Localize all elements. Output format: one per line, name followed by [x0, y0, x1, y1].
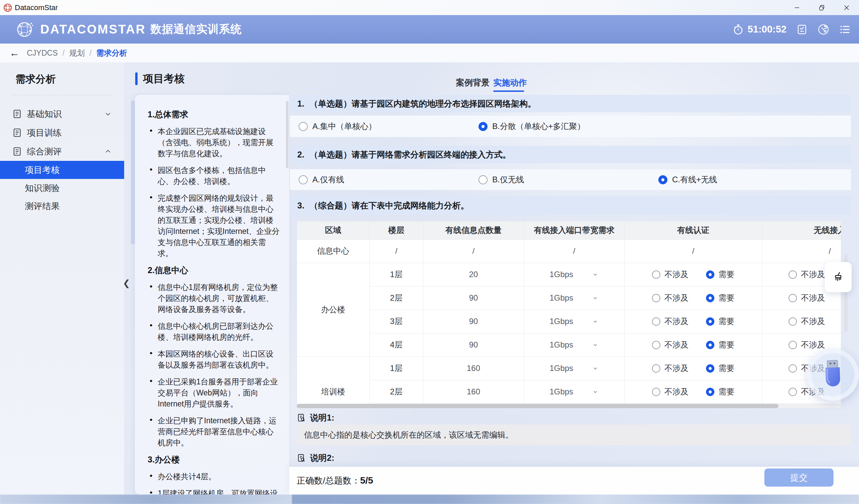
menu-list-icon[interactable] — [839, 23, 851, 35]
breadcrumb-item-2[interactable]: 规划 — [69, 48, 85, 58]
radio-option-不涉及[interactable]: 不涉及 — [652, 316, 689, 327]
restore-button[interactable] — [809, 0, 834, 15]
exam-paper-icon[interactable] — [796, 23, 808, 35]
radio-unselected-icon[interactable] — [652, 341, 660, 349]
bullet-text: 企业已采购1台服务器用于部署企业交易平台（Web网站），面向Internet用户… — [158, 376, 280, 409]
exam-timer: 51:00:52 — [732, 23, 786, 35]
desc-bullet: •完成整个园区网络的规划设计，最终实现办公楼、培训楼与信息中心的互联互通；实现办… — [148, 193, 280, 259]
radio-option-不涉及[interactable]: 不涉及 — [652, 293, 689, 303]
bullet-dot: • — [148, 165, 158, 187]
radio-selected-icon[interactable] — [479, 122, 487, 131]
radio-selected-icon[interactable] — [706, 364, 714, 373]
radio-option-不涉及[interactable]: 不涉及 — [788, 269, 825, 280]
radio-unselected-icon[interactable] — [652, 364, 660, 373]
radio-unselected-icon[interactable] — [788, 294, 797, 302]
table-horizontal-scrollbar[interactable] — [297, 404, 841, 408]
radio-selected-icon[interactable] — [706, 317, 714, 326]
option-B[interactable]: B.仅无线 — [479, 174, 524, 185]
question-number: 2. — [297, 150, 304, 159]
breadcrumb-item-1[interactable]: CJYDCS — [27, 49, 58, 58]
radio-option-不涉及[interactable]: 不涉及 — [652, 340, 689, 350]
wallpaper-band — [0, 494, 859, 504]
radio-option-不涉及[interactable]: 不涉及 — [652, 387, 689, 397]
radio-selected-icon[interactable] — [706, 341, 714, 349]
bandwidth-dropdown[interactable]: 1Gbps — [524, 387, 624, 396]
radio-unselected-icon[interactable] — [788, 364, 797, 373]
sidebar-divider — [11, 95, 114, 95]
brand-name: DATACOMSTAR — [40, 22, 146, 36]
radio-option-需要[interactable]: 需要 — [706, 363, 735, 374]
close-button[interactable] — [834, 0, 859, 15]
radio-label: 不涉及 — [664, 316, 689, 327]
radio-unselected-icon[interactable] — [299, 175, 308, 184]
points-cell: 160 — [423, 380, 524, 404]
sidebar-item-1[interactable]: 基础知识 — [0, 105, 124, 123]
radio-option-需要[interactable]: 需要 — [706, 293, 735, 303]
radio-option-需要[interactable]: 需要 — [706, 269, 735, 280]
radio-option-不涉及[interactable]: 不涉及 — [788, 316, 825, 327]
tools-icon[interactable] — [817, 23, 829, 35]
radio-selected-icon[interactable] — [706, 388, 714, 396]
desc-scrollbar[interactable] — [286, 101, 289, 168]
radio-unselected-icon[interactable] — [788, 270, 797, 279]
radio-unselected-icon[interactable] — [652, 294, 660, 302]
radio-option-不涉及[interactable]: 不涉及 — [652, 269, 689, 280]
radio-unselected-icon[interactable] — [788, 388, 797, 396]
question-text: （综合题）请在下表中完成网络能力分析。 — [310, 200, 469, 211]
stopwatch-icon — [732, 23, 744, 35]
breadcrumb-item-3[interactable]: 需求分析 — [96, 48, 127, 58]
sidebar-subitem-测评结果[interactable]: 测评结果 — [0, 197, 124, 215]
radio-unselected-icon[interactable] — [652, 270, 660, 279]
option-A[interactable]: A.集中（单核心） — [299, 121, 376, 132]
radio-option-不涉及[interactable]: 不涉及 — [788, 340, 825, 350]
sidebar-item-3[interactable]: 综合测评 — [0, 142, 124, 161]
sidebar-item-2[interactable]: 项目训练 — [0, 123, 124, 142]
table-row: 信息中心///// — [297, 239, 841, 263]
floor-cell: 2层 — [370, 286, 423, 310]
option-A[interactable]: A.仅有线 — [299, 174, 344, 185]
desc-bullet: •企业已采购1台服务器用于部署企业交易平台（Web网站），面向Internet用… — [148, 376, 280, 409]
bandwidth-dropdown[interactable]: 1Gbps — [524, 364, 624, 373]
auth-cell: 不涉及需要 — [624, 380, 762, 404]
desc-section-title: 2.信息中心 — [148, 265, 280, 276]
radio-unselected-icon[interactable] — [299, 122, 308, 131]
clear-answers-tool[interactable] — [825, 262, 852, 292]
bullet-text: 信息中心1层有网络机房，定位为整个园区的核心机房，可放置机柜、网络设备及服务器等… — [158, 282, 280, 315]
sidebar-subitem-知识测验[interactable]: 知识测验 — [0, 179, 124, 197]
submit-button[interactable]: 提交 — [764, 469, 833, 487]
bandwidth-dropdown[interactable]: 1Gbps — [524, 293, 624, 303]
radio-option-需要[interactable]: 需要 — [706, 387, 735, 397]
radio-unselected-icon[interactable] — [788, 317, 797, 326]
radio-option-需要[interactable]: 需要 — [706, 340, 735, 350]
back-arrow-icon[interactable]: ← — [10, 48, 19, 58]
option-B[interactable]: B.分散（单核心+多汇聚） — [479, 121, 585, 132]
radio-selected-icon[interactable] — [706, 270, 714, 279]
bandwidth-dropdown[interactable]: 1Gbps — [524, 270, 624, 279]
minimize-button[interactable] — [784, 0, 809, 15]
radio-unselected-icon[interactable] — [652, 317, 660, 326]
radio-group: 不涉及需要 — [762, 293, 842, 303]
radio-unselected-icon[interactable] — [652, 388, 660, 396]
radio-selected-icon[interactable] — [658, 175, 667, 184]
radio-unselected-icon[interactable] — [479, 175, 487, 184]
scrollbar-thumb[interactable] — [297, 404, 779, 408]
radio-group: 不涉及需要 — [625, 293, 762, 303]
radio-option-需要[interactable]: 需要 — [706, 316, 735, 327]
collapse-panel-chevron[interactable]: ❮ — [123, 278, 130, 288]
radio-option-不涉及[interactable]: 不涉及 — [652, 363, 689, 374]
radio-option-不涉及[interactable]: 不涉及 — [788, 293, 825, 303]
sidebar-subitem-项目考核[interactable]: 项目考核 — [0, 161, 124, 179]
radio-selected-icon[interactable] — [706, 294, 714, 302]
auth-cell: 不涉及需要 — [624, 357, 762, 380]
option-C[interactable]: C.有线+无线 — [658, 174, 717, 185]
usb-device-widget[interactable] — [807, 348, 859, 401]
tab-案例背景[interactable]: 案例背景 — [456, 77, 489, 88]
bandwidth-dropdown[interactable]: 1Gbps — [524, 340, 624, 349]
bullet-text: 办公楼共计4层。 — [158, 471, 280, 482]
bullet-text: 完成整个园区网络的规划设计，最终实现办公楼、培训楼与信息中心的互联互通；实现办公… — [158, 193, 280, 259]
bandwidth-value: 1Gbps — [549, 387, 573, 396]
tab-实施动作[interactable]: 实施动作 — [493, 77, 527, 88]
document-icon — [12, 146, 22, 157]
radio-unselected-icon[interactable] — [788, 341, 797, 349]
bandwidth-dropdown[interactable]: 1Gbps — [524, 317, 624, 326]
